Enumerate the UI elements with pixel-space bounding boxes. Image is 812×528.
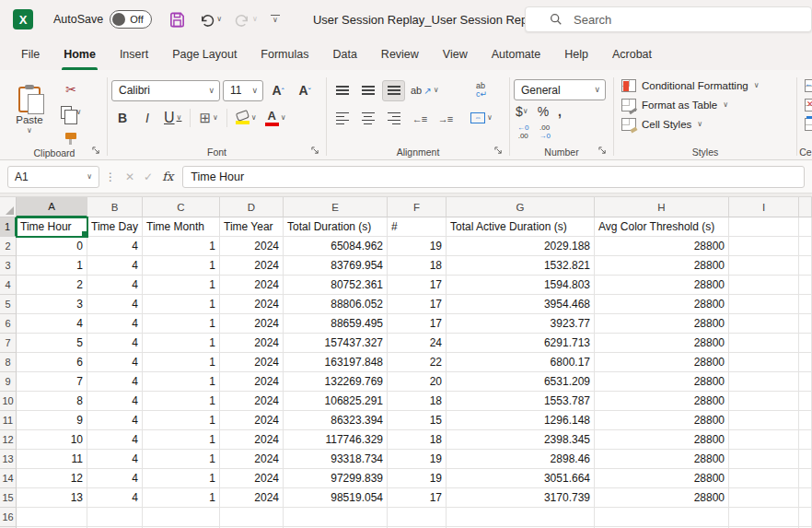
cell-D12[interactable]: 2024: [220, 430, 284, 450]
cut-button[interactable]: ✂: [59, 79, 83, 100]
cells-item-insert-cells[interactable]: Inse: [801, 77, 812, 94]
underline-button[interactable]: U∨: [161, 107, 184, 129]
cell-H3[interactable]: 28800: [595, 256, 729, 276]
cell-G3[interactable]: 1532.821: [447, 256, 595, 276]
row-header-13[interactable]: 13: [0, 450, 17, 469]
cell-A8[interactable]: 6: [17, 353, 87, 372]
cell-F14[interactable]: 19: [388, 469, 447, 488]
cell-D1[interactable]: Time Year: [220, 217, 284, 237]
tab-insert[interactable]: Insert: [108, 39, 160, 70]
row-header-15[interactable]: 15: [0, 488, 17, 508]
autosave-toggle[interactable]: Off: [110, 10, 152, 29]
cell-D7[interactable]: 2024: [220, 334, 284, 353]
cell-A14[interactable]: 12: [17, 469, 87, 488]
decrease-indent-button[interactable]: ←≡: [408, 108, 431, 129]
column-header-I[interactable]: I: [729, 197, 799, 217]
cell-E1[interactable]: Total Duration (s): [284, 217, 388, 237]
cell-C11[interactable]: 1: [143, 411, 220, 430]
column-header-G[interactable]: G: [447, 197, 595, 217]
cell-F3[interactable]: 18: [388, 256, 447, 276]
cell-C13[interactable]: 1: [143, 450, 220, 469]
cell-G7[interactable]: 6291.713: [447, 334, 595, 353]
paste-button[interactable]: Paste ∨: [6, 76, 53, 146]
name-box[interactable]: A1 ∨: [7, 166, 99, 188]
cell-C12[interactable]: 1: [143, 430, 220, 450]
row-header-12[interactable]: 12: [0, 430, 17, 450]
cell-H6[interactable]: 28800: [595, 314, 729, 334]
cell-H4[interactable]: 28800: [595, 276, 729, 295]
increase-decimal-button[interactable]: ←0.00: [514, 123, 532, 143]
cell-I7[interactable]: [729, 334, 799, 353]
cell-C15[interactable]: 1: [143, 488, 220, 508]
cell-D11[interactable]: 2024: [220, 411, 284, 430]
font-dialog-launcher[interactable]: [311, 146, 319, 157]
currency-dropdown-icon[interactable]: ∨: [523, 108, 528, 115]
select-all-corner[interactable]: [0, 197, 17, 217]
cell-I12[interactable]: [729, 430, 799, 450]
row-header-9[interactable]: 9: [0, 372, 17, 392]
bold-button[interactable]: B: [111, 107, 133, 129]
cell-A5[interactable]: 3: [17, 295, 87, 314]
font-color-dropdown-icon[interactable]: ∨: [281, 114, 286, 122]
cell-G16[interactable]: [447, 508, 595, 527]
align-bottom-button[interactable]: [382, 80, 405, 101]
row-header-3[interactable]: 3: [0, 256, 17, 276]
cell-I10[interactable]: [729, 392, 799, 411]
tab-file[interactable]: File: [9, 39, 52, 70]
cell-I8[interactable]: [729, 353, 799, 372]
align-left-button[interactable]: [331, 108, 354, 129]
cell-B15[interactable]: 4: [87, 488, 143, 508]
tab-automate[interactable]: Automate: [480, 39, 553, 70]
cell-I6[interactable]: [729, 314, 799, 334]
cell-G14[interactable]: 3051.664: [447, 469, 595, 488]
cell-I14[interactable]: [729, 469, 799, 488]
number-dialog-launcher[interactable]: [598, 146, 607, 157]
tab-home[interactable]: Home: [52, 39, 108, 70]
fill-color-button[interactable]: ∨: [233, 107, 260, 129]
cell-C2[interactable]: 1: [143, 237, 220, 256]
cell-G9[interactable]: 6531.209: [447, 372, 595, 392]
cell-H2[interactable]: 28800: [595, 237, 729, 256]
cell-F12[interactable]: 18: [388, 430, 447, 450]
cell-G4[interactable]: 1594.803: [447, 276, 595, 295]
cell-G1[interactable]: Total Active Duration (s): [447, 217, 595, 237]
cell-F1[interactable]: #: [388, 217, 447, 237]
cell-A6[interactable]: 4: [17, 314, 87, 334]
decrease-decimal-button[interactable]: .00→0: [535, 123, 553, 143]
cells-item-format-cells[interactable]: For: [801, 116, 812, 133]
cell-I11[interactable]: [729, 411, 799, 430]
cell-H8[interactable]: 28800: [595, 353, 729, 372]
row-header-16[interactable]: 16: [0, 508, 17, 527]
cell-F16[interactable]: [388, 508, 447, 527]
cell-F4[interactable]: 17: [388, 276, 447, 295]
tab-formulas[interactable]: Formulas: [249, 39, 320, 70]
cell-H15[interactable]: 28800: [595, 488, 729, 508]
cell-B7[interactable]: 4: [87, 334, 143, 353]
wrap-text-button[interactable]: abc↵: [468, 79, 495, 100]
number-format-combo[interactable]: General ∨: [514, 79, 606, 100]
redo-button[interactable]: ∨: [235, 12, 258, 28]
cell-F9[interactable]: 20: [388, 372, 447, 392]
cell-A12[interactable]: 10: [17, 430, 87, 450]
column-header-E[interactable]: E: [284, 197, 388, 217]
cell-E10[interactable]: 106825.291: [284, 392, 388, 411]
cell-B11[interactable]: 4: [87, 411, 143, 430]
currency-button[interactable]: $∨: [514, 104, 530, 119]
percent-button[interactable]: %: [536, 104, 551, 119]
excel-logo-icon[interactable]: X: [13, 9, 33, 29]
cell-A13[interactable]: 11: [17, 450, 87, 469]
fill-color-dropdown-icon[interactable]: ∨: [251, 114, 257, 122]
orientation-dropdown-icon[interactable]: ∨: [434, 87, 439, 94]
cell-E3[interactable]: 83769.954: [284, 256, 388, 276]
insert-function-icon[interactable]: fx: [162, 170, 173, 183]
search-input[interactable]: Search: [525, 6, 812, 32]
cell-A3[interactable]: 1: [17, 256, 87, 276]
tab-help[interactable]: Help: [552, 39, 600, 70]
italic-button[interactable]: I: [136, 107, 158, 129]
cell-F8[interactable]: 22: [388, 353, 447, 372]
align-right-button[interactable]: [382, 108, 405, 129]
cell-F15[interactable]: 17: [388, 488, 447, 508]
cell-D13[interactable]: 2024: [220, 450, 284, 469]
cell-F10[interactable]: 18: [388, 392, 447, 411]
cell-H5[interactable]: 28800: [595, 295, 729, 314]
